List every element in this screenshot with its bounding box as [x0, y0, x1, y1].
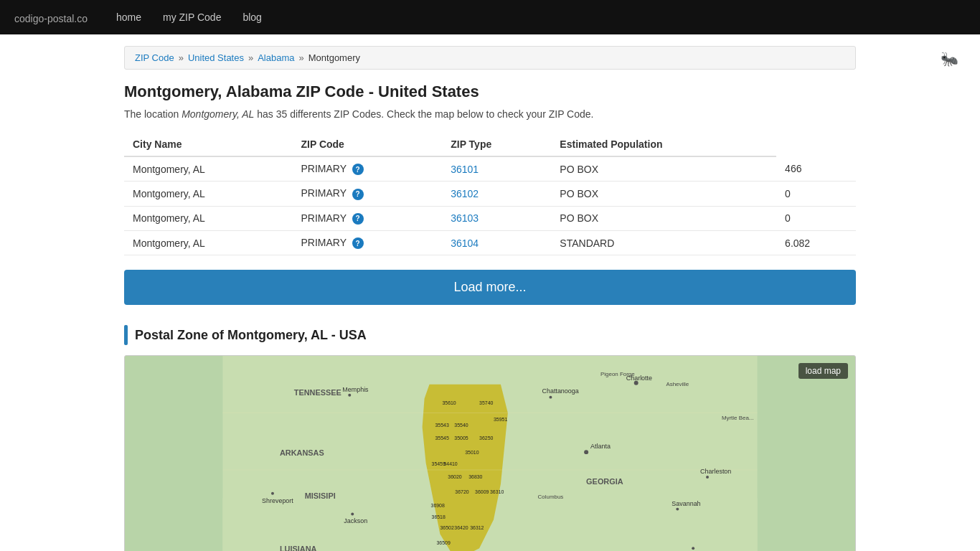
svg-text:MISISIPI: MISISIPI — [305, 491, 336, 500]
breadcrumb-us[interactable]: United States — [188, 52, 244, 63]
load-more-button[interactable]: Load more... — [124, 270, 856, 305]
cell-citytype-2: PRIMARY ? — [292, 206, 442, 230]
cell-pop-3: 6.082 — [776, 230, 856, 255]
desc-location: Montgomery, AL — [182, 108, 254, 120]
svg-text:Charleston: Charleston — [700, 468, 731, 475]
map-placeholder: TENNESSEE ARKANSAS MISISIPI GEORGIA LUIS… — [125, 356, 855, 551]
svg-text:Columbus: Columbus — [538, 494, 564, 500]
nav-blog[interactable]: blog — [242, 11, 261, 23]
cell-ziptype-0: PO BOX — [551, 156, 776, 182]
svg-text:36908: 36908 — [431, 503, 445, 508]
cell-zip-1: 36102 — [442, 182, 551, 206]
bug-icon: 🐜 — [941, 50, 958, 67]
svg-text:LUISIANA: LUISIANA — [280, 545, 317, 551]
svg-text:35540: 35540 — [454, 423, 468, 428]
cell-city-1: Montgomery, AL — [124, 182, 292, 206]
svg-text:Shreveport: Shreveport — [262, 497, 293, 504]
breadcrumb-sep-2: » — [248, 52, 253, 63]
cell-zip-0: 36101 — [442, 156, 551, 182]
cell-citytype-0: PRIMARY ? — [292, 156, 442, 182]
svg-text:36312: 36312 — [470, 526, 484, 531]
svg-text:35005: 35005 — [454, 435, 468, 441]
col-type: ZIP Type — [442, 133, 551, 156]
desc-prefix: The location — [124, 108, 182, 120]
breadcrumb-current: Montgomery — [308, 52, 360, 63]
cell-city-0: Montgomery, AL — [124, 156, 292, 182]
nav-myzip[interactable]: my ZIP Code — [163, 11, 221, 23]
svg-point-16 — [351, 513, 354, 516]
zip-link-3[interactable]: 36104 — [451, 237, 479, 249]
col-pop: Estimated Population — [551, 133, 776, 156]
help-icon-2[interactable]: ? — [352, 213, 364, 225]
cell-pop-1: 0 — [776, 182, 856, 206]
svg-point-28 — [706, 476, 709, 479]
navbar-brand[interactable]: codigo-postal.co — [14, 9, 88, 26]
svg-text:Myrtle Bea...: Myrtle Bea... — [722, 415, 754, 422]
map-container: TENNESSEE ARKANSAS MISISIPI GEORGIA LUIS… — [124, 355, 856, 551]
svg-text:ARKANSAS: ARKANSAS — [280, 448, 324, 457]
col-zip: ZIP Code — [292, 133, 442, 156]
svg-text:GEORGIA: GEORGIA — [586, 477, 623, 486]
svg-text:Atlanta: Atlanta — [590, 443, 611, 450]
svg-text:36250: 36250 — [479, 435, 493, 441]
svg-text:36020: 36020 — [448, 474, 461, 479]
nav-home[interactable]: home — [116, 11, 141, 23]
brand-text: codigo-postal — [14, 13, 74, 24]
cell-city-2: Montgomery, AL — [124, 206, 292, 230]
cell-ziptype-2: PO BOX — [551, 206, 776, 230]
svg-point-24 — [549, 396, 552, 399]
cell-ziptype-3: STANDARD — [551, 230, 776, 255]
svg-text:36509: 36509 — [436, 540, 450, 545]
svg-point-20 — [692, 547, 694, 550]
col-city: City Name — [124, 133, 292, 156]
svg-text:Chattanooga: Chattanooga — [542, 387, 579, 395]
svg-text:36518: 36518 — [432, 514, 446, 519]
svg-text:Asheville: Asheville — [666, 381, 689, 387]
svg-text:36009: 36009 — [475, 489, 489, 494]
help-icon-0[interactable]: ? — [352, 164, 364, 175]
load-map-button[interactable]: load map — [798, 363, 848, 379]
svg-text:36830: 36830 — [468, 474, 482, 479]
main-content: ZIP Code » United States » Alabama » Mon… — [110, 34, 870, 551]
breadcrumb: ZIP Code » United States » Alabama » Mon… — [124, 46, 856, 70]
navbar: codigo-postal.co home my ZIP Code blog — [0, 0, 980, 34]
svg-text:Memphis: Memphis — [342, 386, 369, 393]
cell-zip-2: 36103 — [442, 206, 551, 230]
svg-text:Savannah: Savannah — [672, 500, 700, 507]
zip-table: City Name ZIP Code ZIP Type Estimated Po… — [124, 133, 856, 255]
breadcrumb-zipcode[interactable]: ZIP Code — [135, 52, 174, 63]
svg-text:TENNESSEE: TENNESSEE — [294, 388, 341, 397]
cell-ziptype-1: PO BOX — [551, 182, 776, 206]
map-section-heading: Postal Zone of Montgomery, AL - USA — [124, 325, 856, 345]
cell-zip-3: 36104 — [442, 230, 551, 255]
help-icon-1[interactable]: ? — [352, 189, 364, 200]
svg-text:35010: 35010 — [465, 450, 479, 455]
table-row: Montgomery, AL PRIMARY ? 36103 PO BOX 0 — [124, 206, 856, 230]
help-icon-3[interactable]: ? — [352, 237, 364, 249]
breadcrumb-alabama[interactable]: Alabama — [258, 52, 294, 63]
section-bar — [124, 325, 128, 345]
svg-text:36720: 36720 — [455, 489, 468, 494]
zip-link-0[interactable]: 36101 — [451, 164, 479, 175]
svg-point-12 — [584, 450, 588, 454]
svg-text:35543: 35543 — [435, 423, 448, 428]
svg-point-14 — [271, 492, 274, 495]
map-svg: TENNESSEE ARKANSAS MISISIPI GEORGIA LUIS… — [125, 356, 855, 551]
navbar-links: home my ZIP Code blog — [116, 11, 262, 23]
zip-link-2[interactable]: 36103 — [451, 212, 479, 224]
svg-text:54410: 54410 — [443, 461, 457, 466]
cell-citytype-1: PRIMARY ? — [292, 182, 442, 206]
zip-link-1[interactable]: 36102 — [451, 188, 479, 199]
svg-text:35545: 35545 — [435, 435, 448, 441]
svg-text:Jackson: Jackson — [344, 518, 367, 525]
svg-text:35740: 35740 — [479, 400, 493, 405]
svg-text:36420: 36420 — [454, 526, 468, 531]
table-row: Montgomery, AL PRIMARY ? 36104 STANDARD … — [124, 230, 856, 255]
breadcrumb-sep-3: » — [299, 52, 304, 63]
breadcrumb-sep-1: » — [179, 52, 184, 63]
brand-suffix: .co — [74, 13, 88, 24]
cell-citytype-3: PRIMARY ? — [292, 230, 442, 255]
svg-text:35951: 35951 — [494, 418, 507, 423]
desc-suffix: has 35 differents ZIP Codes. Check the m… — [254, 108, 593, 120]
svg-text:Pigeon Forge: Pigeon Forge — [600, 371, 635, 377]
